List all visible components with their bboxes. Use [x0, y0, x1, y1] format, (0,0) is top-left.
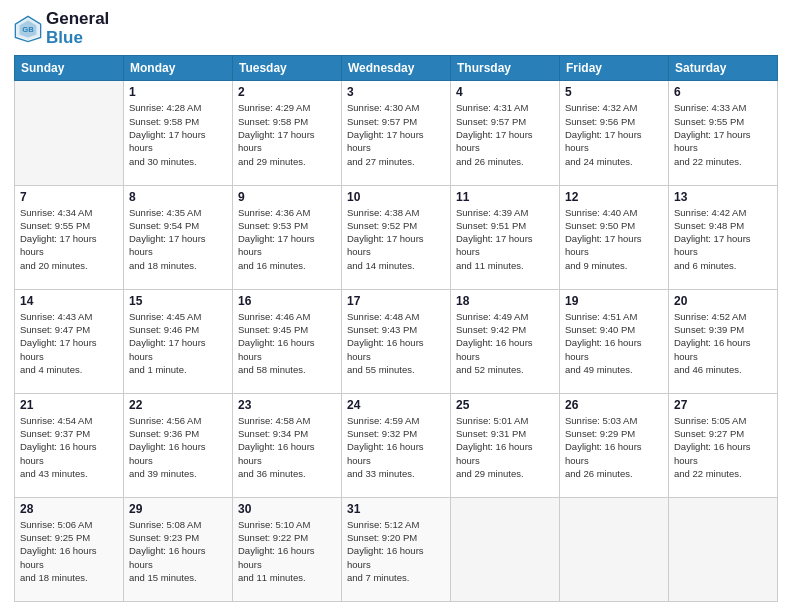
header: GB General Blue [14, 10, 778, 47]
week-row-4: 21Sunrise: 4:54 AMSunset: 9:37 PMDayligh… [15, 393, 778, 497]
day-info: Sunrise: 4:48 AMSunset: 9:43 PMDaylight:… [347, 310, 445, 376]
day-number: 7 [20, 190, 118, 204]
day-info: Sunrise: 4:31 AMSunset: 9:57 PMDaylight:… [456, 101, 554, 167]
day-cell: 3Sunrise: 4:30 AMSunset: 9:57 PMDaylight… [342, 81, 451, 185]
day-info: Sunrise: 5:03 AMSunset: 9:29 PMDaylight:… [565, 414, 663, 480]
day-number: 15 [129, 294, 227, 308]
day-info: Sunrise: 4:34 AMSunset: 9:55 PMDaylight:… [20, 206, 118, 272]
col-saturday: Saturday [669, 56, 778, 81]
day-number: 18 [456, 294, 554, 308]
day-info: Sunrise: 4:52 AMSunset: 9:39 PMDaylight:… [674, 310, 772, 376]
col-friday: Friday [560, 56, 669, 81]
day-number: 22 [129, 398, 227, 412]
day-cell: 1Sunrise: 4:28 AMSunset: 9:58 PMDaylight… [124, 81, 233, 185]
day-number: 23 [238, 398, 336, 412]
day-info: Sunrise: 5:12 AMSunset: 9:20 PMDaylight:… [347, 518, 445, 584]
day-cell: 22Sunrise: 4:56 AMSunset: 9:36 PMDayligh… [124, 393, 233, 497]
col-sunday: Sunday [15, 56, 124, 81]
day-info: Sunrise: 4:39 AMSunset: 9:51 PMDaylight:… [456, 206, 554, 272]
day-number: 8 [129, 190, 227, 204]
day-cell: 28Sunrise: 5:06 AMSunset: 9:25 PMDayligh… [15, 497, 124, 601]
day-info: Sunrise: 4:49 AMSunset: 9:42 PMDaylight:… [456, 310, 554, 376]
day-info: Sunrise: 4:45 AMSunset: 9:46 PMDaylight:… [129, 310, 227, 376]
day-info: Sunrise: 5:06 AMSunset: 9:25 PMDaylight:… [20, 518, 118, 584]
day-cell: 14Sunrise: 4:43 AMSunset: 9:47 PMDayligh… [15, 289, 124, 393]
day-cell: 6Sunrise: 4:33 AMSunset: 9:55 PMDaylight… [669, 81, 778, 185]
day-number: 13 [674, 190, 772, 204]
week-row-2: 7Sunrise: 4:34 AMSunset: 9:55 PMDaylight… [15, 185, 778, 289]
day-cell [560, 497, 669, 601]
day-number: 26 [565, 398, 663, 412]
day-cell: 10Sunrise: 4:38 AMSunset: 9:52 PMDayligh… [342, 185, 451, 289]
day-info: Sunrise: 4:42 AMSunset: 9:48 PMDaylight:… [674, 206, 772, 272]
day-cell: 24Sunrise: 4:59 AMSunset: 9:32 PMDayligh… [342, 393, 451, 497]
day-cell: 30Sunrise: 5:10 AMSunset: 9:22 PMDayligh… [233, 497, 342, 601]
day-cell: 27Sunrise: 5:05 AMSunset: 9:27 PMDayligh… [669, 393, 778, 497]
day-cell: 11Sunrise: 4:39 AMSunset: 9:51 PMDayligh… [451, 185, 560, 289]
day-cell: 23Sunrise: 4:58 AMSunset: 9:34 PMDayligh… [233, 393, 342, 497]
week-row-1: 1Sunrise: 4:28 AMSunset: 9:58 PMDaylight… [15, 81, 778, 185]
day-cell: 18Sunrise: 4:49 AMSunset: 9:42 PMDayligh… [451, 289, 560, 393]
day-number: 16 [238, 294, 336, 308]
day-info: Sunrise: 4:54 AMSunset: 9:37 PMDaylight:… [20, 414, 118, 480]
col-monday: Monday [124, 56, 233, 81]
svg-text:GB: GB [22, 24, 34, 33]
calendar-header-row: Sunday Monday Tuesday Wednesday Thursday… [15, 56, 778, 81]
col-tuesday: Tuesday [233, 56, 342, 81]
day-info: Sunrise: 4:46 AMSunset: 9:45 PMDaylight:… [238, 310, 336, 376]
day-number: 1 [129, 85, 227, 99]
day-info: Sunrise: 4:36 AMSunset: 9:53 PMDaylight:… [238, 206, 336, 272]
day-number: 14 [20, 294, 118, 308]
day-cell: 2Sunrise: 4:29 AMSunset: 9:58 PMDaylight… [233, 81, 342, 185]
day-info: Sunrise: 4:32 AMSunset: 9:56 PMDaylight:… [565, 101, 663, 167]
day-cell: 7Sunrise: 4:34 AMSunset: 9:55 PMDaylight… [15, 185, 124, 289]
day-info: Sunrise: 4:28 AMSunset: 9:58 PMDaylight:… [129, 101, 227, 167]
day-info: Sunrise: 5:05 AMSunset: 9:27 PMDaylight:… [674, 414, 772, 480]
col-thursday: Thursday [451, 56, 560, 81]
day-number: 11 [456, 190, 554, 204]
day-number: 28 [20, 502, 118, 516]
col-wednesday: Wednesday [342, 56, 451, 81]
day-cell: 5Sunrise: 4:32 AMSunset: 9:56 PMDaylight… [560, 81, 669, 185]
day-info: Sunrise: 4:29 AMSunset: 9:58 PMDaylight:… [238, 101, 336, 167]
day-cell: 26Sunrise: 5:03 AMSunset: 9:29 PMDayligh… [560, 393, 669, 497]
day-cell [15, 81, 124, 185]
day-cell [451, 497, 560, 601]
week-row-3: 14Sunrise: 4:43 AMSunset: 9:47 PMDayligh… [15, 289, 778, 393]
day-number: 30 [238, 502, 336, 516]
logo: GB General Blue [14, 10, 109, 47]
day-info: Sunrise: 4:33 AMSunset: 9:55 PMDaylight:… [674, 101, 772, 167]
day-cell: 31Sunrise: 5:12 AMSunset: 9:20 PMDayligh… [342, 497, 451, 601]
day-info: Sunrise: 4:43 AMSunset: 9:47 PMDaylight:… [20, 310, 118, 376]
day-number: 20 [674, 294, 772, 308]
day-number: 3 [347, 85, 445, 99]
day-cell: 9Sunrise: 4:36 AMSunset: 9:53 PMDaylight… [233, 185, 342, 289]
day-info: Sunrise: 4:56 AMSunset: 9:36 PMDaylight:… [129, 414, 227, 480]
day-number: 27 [674, 398, 772, 412]
logo-icon: GB [14, 15, 42, 43]
day-info: Sunrise: 4:58 AMSunset: 9:34 PMDaylight:… [238, 414, 336, 480]
day-number: 4 [456, 85, 554, 99]
day-number: 9 [238, 190, 336, 204]
day-cell: 12Sunrise: 4:40 AMSunset: 9:50 PMDayligh… [560, 185, 669, 289]
day-number: 31 [347, 502, 445, 516]
day-cell: 4Sunrise: 4:31 AMSunset: 9:57 PMDaylight… [451, 81, 560, 185]
day-number: 10 [347, 190, 445, 204]
day-number: 6 [674, 85, 772, 99]
day-cell: 29Sunrise: 5:08 AMSunset: 9:23 PMDayligh… [124, 497, 233, 601]
day-number: 29 [129, 502, 227, 516]
day-cell: 25Sunrise: 5:01 AMSunset: 9:31 PMDayligh… [451, 393, 560, 497]
day-cell: 13Sunrise: 4:42 AMSunset: 9:48 PMDayligh… [669, 185, 778, 289]
week-row-5: 28Sunrise: 5:06 AMSunset: 9:25 PMDayligh… [15, 497, 778, 601]
day-number: 12 [565, 190, 663, 204]
day-info: Sunrise: 4:30 AMSunset: 9:57 PMDaylight:… [347, 101, 445, 167]
logo-text: General Blue [46, 10, 109, 47]
day-info: Sunrise: 5:08 AMSunset: 9:23 PMDaylight:… [129, 518, 227, 584]
day-info: Sunrise: 4:38 AMSunset: 9:52 PMDaylight:… [347, 206, 445, 272]
day-info: Sunrise: 5:01 AMSunset: 9:31 PMDaylight:… [456, 414, 554, 480]
day-info: Sunrise: 4:35 AMSunset: 9:54 PMDaylight:… [129, 206, 227, 272]
day-cell: 16Sunrise: 4:46 AMSunset: 9:45 PMDayligh… [233, 289, 342, 393]
day-number: 25 [456, 398, 554, 412]
day-info: Sunrise: 4:40 AMSunset: 9:50 PMDaylight:… [565, 206, 663, 272]
day-number: 24 [347, 398, 445, 412]
